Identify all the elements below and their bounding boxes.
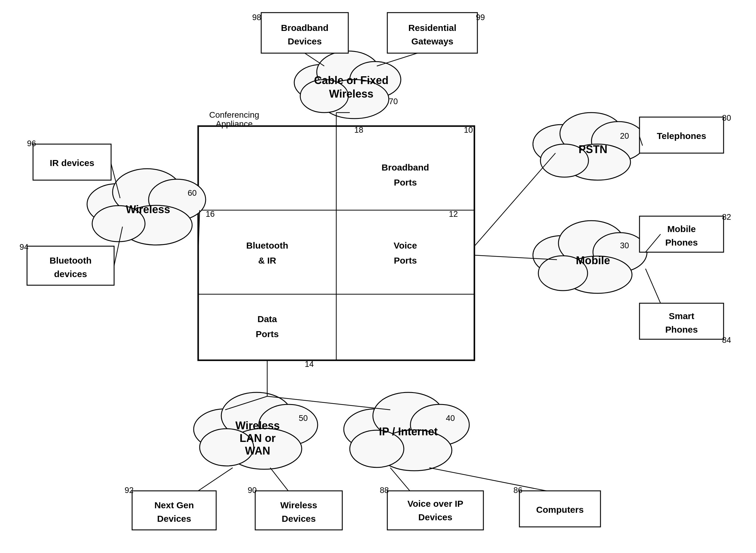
conferencing-appliance-label: Conferencing	[209, 110, 259, 120]
diagram-svg: .cloud-path { fill: #f8f8f8; stroke: #00…	[0, 0, 756, 553]
next-gen-label: Next Gen	[154, 500, 194, 510]
cable-wireless-number: 70	[389, 97, 398, 106]
voip-number: 88	[380, 486, 389, 495]
wireless-devices-number: 90	[248, 486, 257, 495]
computers-number: 86	[513, 486, 522, 495]
bluetooth-devices-box	[27, 246, 114, 285]
broadband-ports-label: Broadband	[382, 162, 429, 172]
residential-gateways-number: 99	[476, 13, 485, 22]
telephones-number: 80	[722, 113, 731, 123]
mobile-number: 30	[620, 241, 629, 250]
cable-wireless-text2: Wireless	[329, 88, 374, 100]
broadband-devices-label2: Devices	[288, 36, 321, 46]
pstn-text: PSTN	[579, 143, 607, 156]
pstn-number: 20	[620, 132, 629, 141]
bluetooth-devices-number: 94	[19, 243, 28, 252]
svg-line-27	[646, 269, 661, 303]
voice-ports-label: Voice	[394, 240, 417, 250]
svg-line-51	[390, 468, 410, 491]
ip-internet-cloud: IP / Internet 40	[344, 392, 469, 471]
smart-phones-label: Smart	[669, 311, 694, 321]
next-gen-devices-box	[132, 491, 216, 530]
wireless-lan-text2: LAN or	[240, 432, 276, 444]
svg-line-11	[377, 53, 417, 66]
svg-line-17	[474, 153, 555, 246]
ip-internet-text1: IP / Internet	[379, 425, 438, 438]
ir-devices-number: 96	[27, 139, 36, 148]
broadband-devices-number: 98	[252, 13, 261, 22]
bluetooth-ir-label: Bluetooth	[246, 240, 288, 250]
mobile-text: Mobile	[576, 254, 610, 266]
wireless-lan-wan-cloud: Wireless LAN or WAN 50	[194, 392, 318, 469]
voice-ports-number: 12	[449, 210, 458, 219]
voip-label: Voice over IP	[407, 499, 463, 508]
pstn-cloud: PSTN 20	[533, 112, 646, 180]
voip-devices-box	[387, 491, 483, 530]
mobile-cloud: Mobile 30	[533, 221, 647, 293]
bluetooth-devices-label2: devices	[54, 269, 87, 279]
residential-gateways-box	[387, 13, 477, 53]
residential-gateways-label2: Gateways	[411, 36, 453, 46]
mobile-phones-label2: Phones	[665, 237, 698, 247]
broadband-devices-box	[261, 13, 348, 53]
voip-label2: Devices	[418, 512, 452, 522]
data-ports-label2: Ports	[256, 329, 279, 339]
wireless-devices-box	[255, 491, 342, 530]
svg-line-52	[429, 468, 546, 491]
bluetooth-devices-label: Bluetooth	[50, 255, 92, 265]
broadband-devices-label: Broadband	[281, 23, 328, 33]
wireless-number: 60	[187, 188, 197, 198]
voice-ports-label2: Ports	[394, 255, 417, 265]
telephones-label: Telephones	[657, 131, 706, 141]
data-ports-label: Data	[257, 314, 277, 324]
next-gen-label2: Devices	[157, 514, 191, 524]
wireless-lan-text3: WAN	[245, 445, 270, 457]
next-gen-number: 92	[125, 486, 134, 495]
cable-wireless-text1: Cable or Fixed	[314, 74, 388, 86]
svg-line-49	[198, 468, 233, 491]
cable-fixed-wireless-cloud: Cable or Fixed Wireless 70	[294, 51, 401, 118]
smart-phones-label2: Phones	[665, 324, 698, 334]
ir-devices-label: IR devices	[50, 158, 94, 168]
conferencing-appliance-label2: Appliance	[216, 119, 253, 129]
bluetooth-ir-number: 16	[206, 210, 215, 219]
main-box-number: 10	[464, 126, 473, 135]
wireless-lan-text1: Wireless	[235, 419, 280, 432]
smart-phones-number: 84	[722, 336, 731, 345]
svg-line-50	[270, 468, 288, 491]
mobile-phones-label: Mobile	[667, 224, 696, 234]
svg-line-10	[305, 53, 324, 66]
residential-gateways-label: Residential	[408, 23, 456, 33]
computers-label: Computers	[536, 505, 584, 515]
wireless-devices-label: Wireless	[280, 500, 317, 510]
bluetooth-ir-label2: & IR	[258, 255, 276, 265]
wireless-lan-number: 50	[299, 414, 308, 423]
ip-internet-number: 40	[446, 414, 455, 423]
wireless-devices-label2: Devices	[282, 514, 315, 524]
mobile-phones-number: 82	[722, 213, 731, 222]
broadband-ports-label2: Ports	[394, 177, 417, 187]
broadband-ports-number: 18	[354, 126, 363, 135]
wireless-text: Wireless	[126, 203, 170, 216]
data-ports-number: 14	[305, 360, 314, 369]
